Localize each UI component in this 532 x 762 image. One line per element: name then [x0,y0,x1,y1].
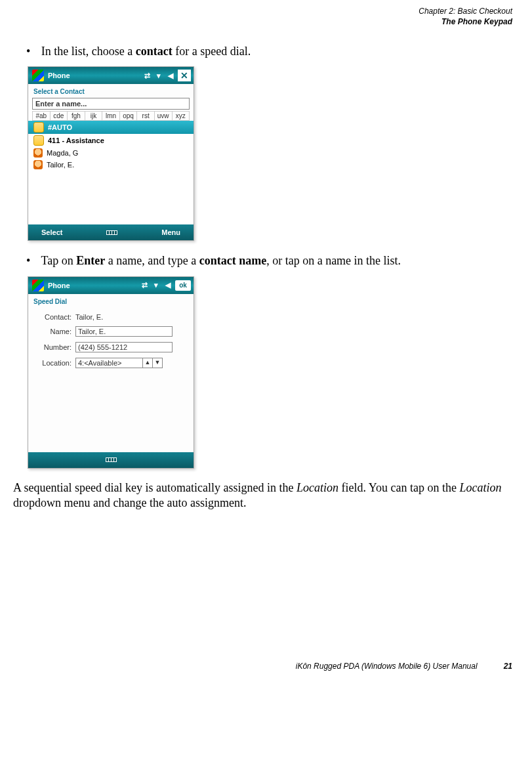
name-row: Name: Tailor, E. [35,326,187,337]
alpha-cell[interactable]: xyz [173,112,190,121]
bullet-1-bold: contact [136,45,173,58]
number-label: Number: [35,343,72,351]
bullet-2-mid: a name, and type a [105,254,199,267]
contact-icon [33,135,44,146]
list-item-auto[interactable]: #AUTO [28,121,194,134]
signal-icon[interactable]: ▾ [154,71,163,80]
window-title: Phone [48,282,70,289]
contact-icon [33,122,44,133]
list-item-label: Magda, G [47,149,78,157]
alpha-cell[interactable]: opq [120,112,138,121]
location-spinner: ▲ ▼ [143,358,163,368]
volume-icon[interactable]: ◀ [163,281,173,290]
person-icon [33,148,43,158]
alpha-cell[interactable]: lmn [102,112,120,121]
bullet-1-post: for a speed dial. [173,45,251,58]
title-bar: Phone ⇄ ▾ ◀ ✕ [28,67,194,84]
person-icon [33,160,43,169]
para-t1: A sequential speed dial key is automatic… [13,481,297,494]
bottom-bar [28,452,194,468]
list-item[interactable]: 411 - Assistance [28,134,194,147]
bullet-2-post: , or tap on a name in the list. [266,254,401,267]
chapter-line: Chapter 2: Basic Checkout [13,7,512,17]
number-input[interactable]: (424) 555-1212 [75,342,173,352]
section-line: The Phone Keypad [13,17,512,28]
para-i2: Location [459,481,501,494]
para-t2: field. You can tap on the [338,481,459,494]
ok-button[interactable]: ok [175,280,191,291]
signal-icon[interactable]: ▾ [152,281,161,290]
enter-name-input[interactable]: Enter a name... [32,98,190,110]
list-item-label: #AUTO [48,123,72,131]
start-icon[interactable] [32,70,44,81]
bullet-2-bold2: contact name [199,254,266,267]
body-paragraph: A sequential speed dial key is automatic… [13,480,512,511]
location-row: Location: 4:<Available> ▲ ▼ [35,358,187,368]
connectivity-icon[interactable]: ⇄ [140,281,149,290]
bullet-2-pre: Tap on [41,254,77,267]
title-bar: Phone ⇄ ▾ ◀ ok [28,277,194,294]
list-item-label: Tailor, E. [47,161,74,169]
para-t3: dropdown menu and change the auto assign… [13,496,246,509]
page-number: 21 [504,662,512,671]
page-header: Chapter 2: Basic Checkout The Phone Keyp… [13,7,512,27]
alpha-cell[interactable]: fgh [68,112,85,121]
location-input[interactable]: 4:<Available> [75,358,144,368]
location-label: Location: [35,359,72,367]
list-item-label: 411 - Assistance [48,137,104,144]
manual-title: iKôn Rugged PDA (Windows Mobile 6) User … [296,662,478,671]
connectivity-icon[interactable]: ⇄ [142,71,152,80]
volume-icon[interactable]: ◀ [166,71,175,80]
screen-subhead: Select a Contact [28,84,194,98]
page-footer: iKôn Rugged PDA (Windows Mobile 6) User … [13,662,512,671]
keyboard-icon[interactable] [106,457,117,462]
close-button[interactable]: ✕ [178,70,191,81]
window-title: Phone [48,72,70,79]
spin-up-button[interactable]: ▲ [142,358,153,368]
alpha-cell[interactable]: cde [51,112,68,121]
start-icon[interactable] [32,280,44,291]
para-i1: Location [297,481,338,494]
number-row: Number: (424) 555-1212 [35,342,187,352]
keyboard-icon[interactable] [106,230,117,235]
list-item[interactable]: Magda, G [28,147,194,159]
name-label: Name: [35,328,72,335]
alpha-cell[interactable]: uvw [155,112,173,121]
contact-list: #AUTO 411 - Assistance Magda, G Tailor, … [28,121,194,224]
list-item[interactable]: Tailor, E. [28,159,194,171]
alpha-cell[interactable]: rst [137,112,155,121]
bullet-2: Tap on Enter a name, and type a contact … [26,253,512,269]
menu-softkey[interactable]: Menu [148,228,194,236]
screenshot-select-contact: Phone ⇄ ▾ ◀ ✕ Select a Contact Enter a n… [28,66,194,241]
contact-row: Contact: Tailor, E. [35,313,187,321]
bottom-bar: Select Menu [28,224,194,240]
alpha-index-row: #ab cde fgh ijk lmn opq rst uvw xyz [32,111,190,121]
spin-down-button[interactable]: ▼ [152,358,163,368]
name-input[interactable]: Tailor, E. [75,326,173,337]
select-softkey[interactable]: Select [28,228,75,236]
speed-dial-form: Contact: Tailor, E. Name: Tailor, E. Num… [28,308,194,452]
alpha-cell[interactable]: #ab [33,112,51,121]
alpha-cell[interactable]: ijk [85,112,103,121]
contact-value: Tailor, E. [75,313,187,321]
screenshot-speed-dial: Phone ⇄ ▾ ◀ ok Speed Dial Contact: Tailo… [28,276,194,469]
contact-label: Contact: [35,313,72,321]
screen-subhead: Speed Dial [28,294,194,308]
bullet-1: In the list, choose a contact for a spee… [26,43,512,60]
bullet-2-bold1: Enter [76,254,105,267]
bullet-1-pre: In the list, choose a [41,45,136,58]
